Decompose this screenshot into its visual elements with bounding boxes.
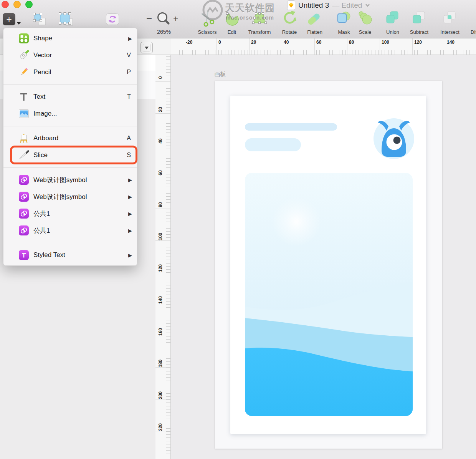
ruler-major-line [217, 38, 217, 55]
menu-item-artboard[interactable]: Artboard A [3, 130, 137, 147]
zoom-level: 265% [152, 29, 176, 35]
mask-icon [336, 10, 352, 28]
toolbar-button-scissors[interactable]: Scissors [194, 10, 221, 36]
ruler-tick [186, 50, 186, 55]
ruler-tick [166, 387, 171, 387]
ruler-tick [284, 50, 284, 55]
menu-item-vector[interactable]: Vector V [3, 47, 137, 64]
insert-button[interactable]: + [3, 13, 15, 25]
toolbar-button-difference[interactable]: Dif [460, 10, 476, 36]
ruler-tick [166, 279, 171, 279]
artboard-label[interactable]: 画板 [214, 71, 226, 78]
ruler-label: 120 [157, 263, 164, 273]
toolbar-button-intersect[interactable]: Intersect [436, 10, 463, 36]
ruler-tick [261, 50, 261, 55]
ruler-tick [166, 167, 171, 168]
ruler-tick [166, 158, 171, 159]
menu-item-label: Shape [33, 35, 52, 42]
ruler-tick [287, 50, 287, 55]
artboard[interactable] [215, 81, 442, 449]
ruler-tick [166, 76, 171, 76]
ruler-tick [195, 50, 196, 55]
ruler-tick [166, 234, 171, 235]
intersect-icon [441, 10, 458, 28]
menu-item-symbol[interactable]: Web设计图symbol ▶ [3, 188, 137, 205]
menu-item-image[interactable]: Image... [3, 105, 137, 122]
symbol-create-icon[interactable] [58, 12, 74, 27]
ruler-tick [235, 50, 235, 55]
design-card [230, 96, 426, 434]
toolbar-button-scale[interactable]: Scale [352, 10, 378, 36]
ruler-tick [166, 60, 171, 60]
ruler-label: 140 [447, 40, 455, 45]
ruler-tick [166, 250, 171, 250]
ruler-tick [166, 393, 171, 394]
ruler-tick [323, 50, 323, 55]
ruler-major-line [249, 38, 250, 55]
ruler-tick [166, 114, 171, 114]
ruler-tick [166, 399, 171, 400]
toolbar-button-flatten[interactable]: Flatten [301, 10, 328, 36]
ruler-tick [166, 91, 171, 92]
ruler-tick [166, 333, 171, 333]
ruler-tick [166, 174, 171, 174]
ruler-tick [463, 50, 463, 55]
sketch-document-icon [287, 0, 295, 10]
ruler-tick [166, 209, 171, 209]
toolbar-button-transform[interactable]: Transform [246, 10, 273, 36]
ruler-tick [166, 384, 171, 384]
ruler-tick [378, 50, 378, 55]
menu-item-text[interactable]: Text T [3, 88, 137, 105]
ruler-tick [166, 254, 171, 254]
group-icon[interactable] [32, 12, 48, 27]
submenu-arrow-icon: ▶ [128, 194, 132, 200]
sync-symbols-icon[interactable] [106, 13, 119, 25]
chevron-down-icon[interactable] [365, 3, 370, 7]
ruler-tick [166, 282, 171, 282]
menu-item-label: Pencil [33, 68, 51, 76]
ruler-tick [166, 187, 171, 187]
zoom-in-button[interactable]: + [173, 14, 178, 24]
menu-item-styled-text[interactable]: Styled Text ▶ [3, 247, 137, 263]
subtract-icon [411, 10, 428, 28]
zoom-window-button[interactable] [25, 1, 33, 8]
union-icon [384, 10, 401, 28]
placeholder-text-bar [245, 123, 337, 131]
ruler-tick [395, 50, 395, 55]
ruler-tick [166, 428, 171, 429]
ruler-tick [469, 50, 470, 55]
monster-avatar [374, 118, 414, 159]
menu-item-symbol[interactable]: 公共1 ▶ [3, 205, 137, 222]
ruler-tick [391, 50, 392, 55]
minimize-button[interactable] [13, 1, 21, 8]
ruler-tick [166, 365, 171, 365]
close-button[interactable] [2, 1, 9, 8]
ruler-tick [434, 50, 434, 55]
toolbar-button-rotate[interactable]: Rotate [276, 10, 303, 36]
menu-item-pencil[interactable]: Pencil P [3, 64, 137, 81]
ruler-label: -20 [186, 40, 192, 45]
menu-item-label: Slice [33, 151, 48, 159]
ruler-tick [166, 94, 171, 95]
ruler-label: 120 [414, 40, 422, 45]
ruler-tick [440, 50, 441, 55]
menu-item-label: Image... [33, 110, 57, 118]
view-options-button[interactable] [140, 42, 153, 53]
ruler-tick [215, 50, 215, 55]
ruler-label: 160 [157, 327, 164, 337]
ruler-tick [264, 50, 264, 55]
menu-item-symbol[interactable]: 公共1 ▶ [3, 222, 137, 239]
ruler-tick [166, 101, 171, 101]
ruler-label: 100 [157, 232, 164, 242]
ruler-tick [182, 50, 183, 55]
artboard-icon [19, 133, 29, 143]
toolbar-button-union[interactable]: Union [379, 10, 406, 36]
toolbar-button-edit[interactable]: Edit [218, 10, 245, 36]
menu-item-symbol[interactable]: Web设计图symbol ▶ [3, 171, 137, 188]
menu-item-shape[interactable]: Shape ▶ [3, 30, 137, 47]
toolbar-button-subtract[interactable]: Subtract [406, 10, 433, 36]
submenu-arrow-icon: ▶ [128, 36, 132, 41]
zoom-out-button[interactable]: − [146, 13, 152, 25]
menu-item-shortcut: S [127, 152, 131, 159]
menu-item-slice[interactable]: Slice S [3, 147, 137, 164]
